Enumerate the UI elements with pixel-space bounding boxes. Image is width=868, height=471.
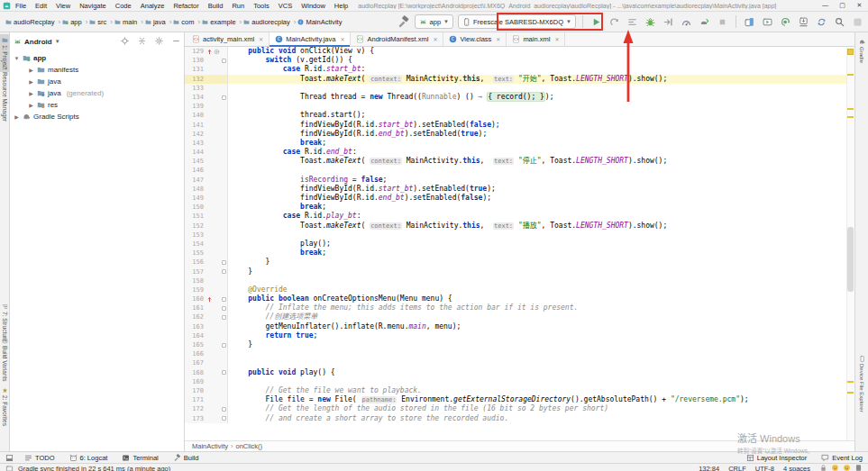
line-number[interactable]: 161 [185,303,206,312]
fold-column[interactable] [220,322,228,331]
fold-column[interactable] [220,185,228,194]
editor-gutter[interactable]: 166 [185,349,220,358]
line-number[interactable]: 145 [185,157,206,166]
code-line[interactable]: 163 getMenuInflater().inflate(R.menu.mai… [185,322,854,331]
close-icon[interactable]: ✕ [433,36,437,42]
attach-debugger-button[interactable] [662,14,675,29]
line-number[interactable]: 171 [185,395,206,404]
editor-gutter[interactable]: 145 [185,157,220,166]
chevron-collapsed-icon[interactable]: ▶ [28,102,34,108]
smiley-button[interactable] [843,464,851,471]
locate-button[interactable] [121,37,129,47]
line-separator[interactable]: CRLF [728,465,746,471]
line-number[interactable]: 147 [185,176,206,185]
profiler-button[interactable] [680,14,693,29]
line-number[interactable]: 156 [185,258,206,267]
line-number[interactable]: 150 [185,203,206,212]
file-encoding[interactable]: UTF-8 [755,465,774,471]
code-line[interactable]: 146 [185,166,854,175]
fold-column[interactable] [220,222,228,231]
editor-gutter[interactable]: 164 [185,331,220,340]
fold-column[interactable] [220,56,228,65]
menu-item-help[interactable]: Help [330,2,352,10]
tool-stripe-build-variants[interactable]: Build Variants [0,335,9,385]
code-line[interactable]: 164 return true; [185,331,854,340]
fold-column[interactable] [220,358,228,367]
tab-activity-main-xml[interactable]: activity_main.xml✕ [187,32,270,46]
fold-column[interactable] [220,65,228,74]
editor-gutter[interactable]: 140 [185,111,220,120]
fold-column[interactable] [220,93,228,102]
tree-node-gradle-scripts[interactable]: ▶Gradle Scripts [10,111,184,122]
editor-gutter[interactable]: 161 [185,303,220,312]
editor-gutter[interactable]: 155 [185,249,220,258]
fold-marker-icon[interactable] [222,370,226,375]
chevron-collapsed-icon[interactable]: ▶ [14,113,20,120]
fold-column[interactable] [220,395,228,404]
tab-view-class[interactable]: CView.class✕ [443,32,507,46]
fold-column[interactable] [220,203,228,212]
line-number[interactable]: 158 [185,276,206,285]
tab-main-xml[interactable]: main.xml✕ [507,32,565,46]
code-line[interactable]: 166 [185,349,854,358]
search-everywhere-button[interactable] [833,14,846,29]
breadcrumb-item[interactable]: main [114,18,137,26]
fold-column[interactable] [220,231,228,240]
tool-stripe-resource-manager[interactable]: Resource Manager [0,61,9,124]
fold-marker-icon[interactable] [222,297,226,302]
menu-item-refactor[interactable]: Refactor [169,2,203,10]
line-number[interactable]: 153 [185,231,206,240]
line-number[interactable]: 157 [185,267,206,276]
build-hammer-icon[interactable] [397,14,410,29]
sync-updates-button[interactable] [815,14,828,29]
editor-gutter[interactable]: 158 [185,276,220,285]
line-number[interactable]: 164 [185,331,206,340]
editor-gutter[interactable]: 170 [185,386,220,395]
line-number[interactable]: 143 [185,139,206,148]
editor-gutter[interactable]: 134 [185,93,220,102]
line-number[interactable]: 133 [185,84,206,93]
line-number[interactable]: 144 [185,148,206,157]
code-line[interactable]: 144 case R.id.end_bt: [185,148,854,157]
fold-column[interactable] [220,111,228,120]
collapse-all-button[interactable] [138,37,146,47]
background-tasks-icon[interactable] [5,465,14,471]
line-number[interactable]: 142 [185,130,206,139]
editor-gutter[interactable]: 129 [185,47,220,56]
editor-gutter[interactable]: 147 [185,176,220,185]
fold-marker-icon[interactable] [222,407,226,412]
editor-gutter[interactable]: 131 [185,65,220,74]
chevron-collapsed-icon[interactable]: ▶ [28,67,34,73]
line-number[interactable]: 140 [185,111,206,120]
code-line[interactable]: 149 findViewById(R.id.end_bt).setEnabled… [185,194,854,203]
code-editor[interactable]: 129 public void onClick(View v) {130 swi… [185,47,854,440]
settings-gear-button[interactable] [155,37,163,47]
fold-column[interactable] [220,377,228,386]
tree-node-app[interactable]: ▼app [10,52,184,64]
editor-gutter[interactable]: 149 [185,194,220,203]
scrollbar-thumb[interactable] [847,227,854,292]
editor-gutter[interactable]: 163 [185,322,220,331]
fold-column[interactable] [220,340,228,349]
code-line[interactable]: 162 //创建选项菜单 [185,312,854,322]
editor-gutter[interactable]: 130 [185,56,220,65]
menu-item-code[interactable]: Code [111,2,136,10]
indent-style[interactable]: 4 spaces [783,465,810,471]
fold-column[interactable] [220,166,228,175]
code-line[interactable]: 147 isRecording = false; [185,176,854,185]
line-number[interactable]: 149 [185,194,206,203]
tool-window-button-build[interactable]: Build [173,454,199,462]
reader-mode-button[interactable] [854,464,863,471]
editor-gutter[interactable]: 141 [185,121,220,130]
line-number[interactable]: 170 [185,386,206,395]
device-file-explorer-button[interactable] [743,14,756,29]
fold-column[interactable] [220,75,228,84]
fold-column[interactable] [220,212,228,221]
line-number[interactable]: 141 [185,121,206,130]
tool-window-button-event-log[interactable]: Event Log [821,454,863,462]
code-line[interactable]: 167 [185,358,854,367]
breadcrumb-item[interactable]: audiorecplay [243,18,290,26]
line-number[interactable]: 154 [185,240,206,249]
editor-scrollbar[interactable] [846,47,854,440]
code-line[interactable]: 145 Toast.makeText( context: MainActivit… [185,157,854,166]
